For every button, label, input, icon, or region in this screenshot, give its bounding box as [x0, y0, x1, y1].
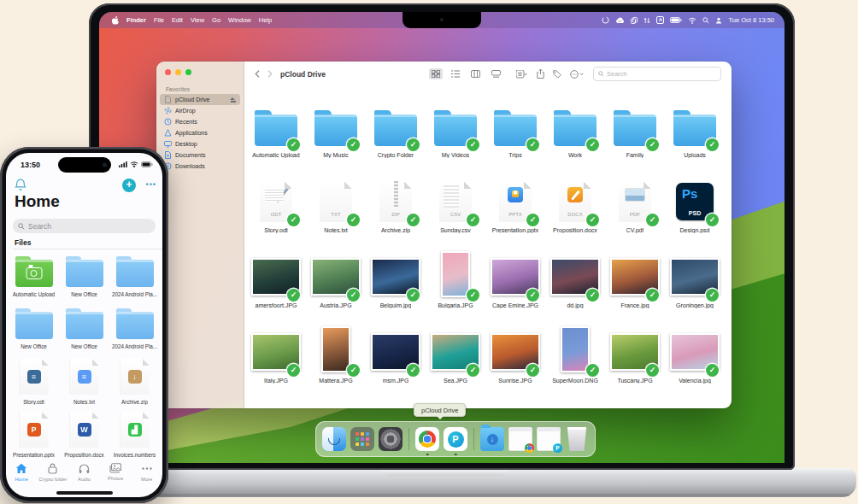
phone-file-item[interactable]: ≡ Notes.txt	[59, 356, 109, 409]
tab-audio[interactable]: Audio	[68, 463, 100, 489]
file-item[interactable]: TXT ✓ Notes.txt	[306, 174, 366, 249]
file-item[interactable]: ✓ My Music	[306, 99, 366, 174]
phone-file-item[interactable]: Automatic Upload	[9, 252, 59, 304]
menu-item-view[interactable]: View	[191, 16, 204, 24]
dock-downloads-folder-icon[interactable]: ↓	[480, 427, 504, 451]
sidebar-item-recents[interactable]: Recents	[160, 116, 240, 127]
dock-minimized-window-chrome[interactable]	[508, 427, 532, 451]
file-item[interactable]: ✓ Uploads	[665, 99, 725, 174]
tab-crypto-folder[interactable]: Crypto folder	[38, 463, 69, 489]
file-item[interactable]: ✓ Sea.JPG	[426, 325, 485, 400]
tag-icon[interactable]	[553, 70, 561, 79]
file-item[interactable]: ✓ Sunrise.JPG	[485, 325, 545, 400]
copy-icon[interactable]	[631, 17, 638, 24]
forward-button[interactable]	[267, 70, 273, 78]
file-item[interactable]: ✓ Cape Emine.JPG	[485, 249, 545, 325]
file-item[interactable]: PDF ✓ CV.pdf	[605, 174, 665, 249]
cloud-check-icon[interactable]	[615, 17, 625, 24]
file-item[interactable]: ✓ dd.jpg	[545, 249, 605, 325]
file-item[interactable]: ✓ amersfoort.JPG	[246, 249, 306, 325]
dock-trash-icon[interactable]	[565, 427, 589, 451]
phone-file-item[interactable]: P Presentation.pptx	[9, 409, 59, 462]
file-item[interactable]: ✓ SuperMoon.DNG	[545, 325, 605, 400]
transfer-arrows-icon[interactable]	[644, 17, 650, 24]
phone-file-item[interactable]: New Office	[59, 304, 109, 356]
dock-launchpad-icon[interactable]	[350, 427, 374, 451]
sidebar-item-applications[interactable]: Applications	[160, 127, 240, 138]
file-item[interactable]: PPTX ✓ Presentation.pptx	[485, 174, 545, 249]
sidebar-item-pcloud-drive[interactable]: pCloud Drive	[160, 94, 240, 105]
file-item[interactable]: ZIP ✓ Archive.zip	[366, 174, 426, 249]
battery-icon[interactable]	[670, 17, 682, 23]
menu-item-file[interactable]: File	[154, 16, 164, 24]
file-item[interactable]: ✓ Austria.JPG	[306, 249, 366, 325]
tab-home[interactable]: Home	[6, 463, 38, 489]
more-options-button[interactable]: •••	[146, 180, 156, 189]
wifi-icon[interactable]	[688, 17, 696, 24]
file-item[interactable]: ✓ Italy.JPG	[246, 325, 306, 400]
phone-file-item[interactable]: ↓ Archive.zip	[109, 356, 160, 409]
file-item[interactable]: ✓ Work	[545, 99, 605, 174]
column-view-button[interactable]	[468, 68, 483, 79]
minimize-button[interactable]	[175, 69, 181, 75]
phone-file-item[interactable]: New Office	[9, 304, 59, 356]
dock-minimized-window-pcloud[interactable]: P	[537, 427, 561, 451]
file-item[interactable]: ✓ Tuscany.JPG	[605, 325, 665, 400]
phone-file-item[interactable]: 2024 Android Pla...	[109, 252, 160, 304]
menu-bar-clock[interactable]: Tue Oct 8 13:50	[728, 16, 774, 24]
file-item[interactable]: ✓ Trips	[485, 99, 545, 174]
file-item[interactable]: ✓ Belguim.jpg	[366, 249, 426, 325]
dock-chrome-icon[interactable]	[415, 427, 439, 451]
back-button[interactable]	[255, 70, 260, 78]
list-view-button[interactable]	[449, 68, 462, 79]
file-item[interactable]: ✓ Groningen.jpg	[665, 249, 725, 325]
menu-item-window[interactable]: Window	[228, 16, 251, 24]
apple-logo-icon[interactable]	[111, 16, 119, 25]
menu-item-go[interactable]: Go	[212, 16, 220, 24]
phone-file-item[interactable]: 2024 Android Pla...	[109, 304, 160, 356]
group-button[interactable]	[516, 70, 528, 79]
notifications-bell-icon[interactable]	[15, 179, 26, 191]
sidebar-item-downloads[interactable]: Downloads	[160, 161, 240, 172]
close-button[interactable]	[165, 69, 171, 75]
file-item[interactable]: ✓ Valencia.jpg	[665, 325, 725, 400]
more-actions-button[interactable]	[570, 70, 584, 79]
file-item[interactable]: DOCX ✓ Proposition.docx	[545, 174, 605, 249]
file-item[interactable]: ✓ France.jpg	[605, 249, 665, 325]
user-icon[interactable]	[715, 17, 722, 24]
sidebar-item-airdrop[interactable]: AirDrop	[160, 105, 240, 116]
icon-view-button[interactable]	[429, 68, 443, 79]
search-icon[interactable]	[702, 17, 709, 24]
menu-item-finder[interactable]: Finder	[126, 16, 146, 24]
sidebar-item-desktop[interactable]: Desktop	[160, 138, 240, 149]
phone-file-item[interactable]: W Proposition.docx	[59, 409, 109, 462]
search-input[interactable]: Search	[13, 219, 156, 233]
file-item[interactable]: ODT ✓ Story.odt	[246, 174, 306, 249]
phone-file-item[interactable]: ≡ Story.odt	[9, 356, 59, 409]
menu-item-help[interactable]: Help	[259, 16, 272, 24]
phone-file-item[interactable]: New Office	[59, 252, 109, 304]
dock-finder-icon[interactable]	[322, 427, 346, 451]
file-item[interactable]: ✓ Family	[605, 99, 665, 174]
gallery-view-button[interactable]	[489, 68, 503, 79]
eject-icon[interactable]	[230, 97, 236, 103]
tab-more[interactable]: More	[131, 463, 162, 489]
phone-file-item[interactable]: ▟ Invoices.numbers	[109, 409, 160, 462]
file-item[interactable]: ✓ Automatic Upload	[246, 99, 306, 174]
dock-system-settings-icon[interactable]	[379, 427, 403, 451]
sidebar-item-documents[interactable]: Documents	[160, 149, 240, 161]
tab-photos[interactable]: Photos	[100, 463, 132, 489]
pcloud-sync-icon[interactable]	[602, 16, 609, 24]
input-source-icon[interactable]: A	[656, 16, 664, 24]
zoom-button[interactable]	[185, 69, 191, 75]
file-item[interactable]: ✓ Bulgaria.JPG	[426, 249, 485, 325]
search-input[interactable]: Search	[593, 67, 721, 81]
add-button[interactable]: +	[122, 179, 136, 192]
share-icon[interactable]	[537, 69, 544, 79]
menu-item-edit[interactable]: Edit	[172, 16, 183, 24]
file-item[interactable]: ✓ Mattera.JPG	[306, 325, 366, 400]
dock-pcloud-drive-icon[interactable]: P	[444, 427, 467, 451]
file-item[interactable]: CSV ✓ Sunday.csv	[426, 174, 485, 249]
file-item[interactable]: ✓ msm.JPG	[366, 325, 426, 400]
file-item[interactable]: ✓ My Videos	[426, 99, 485, 174]
